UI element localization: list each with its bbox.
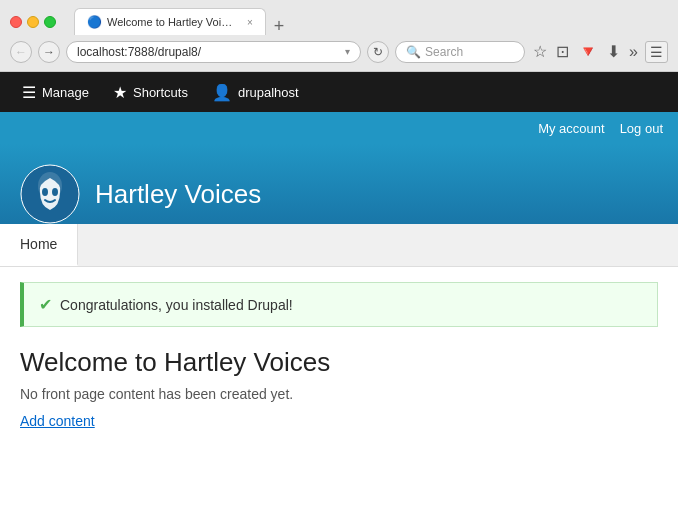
my-account-link[interactable]: My account (538, 121, 604, 136)
user-label: drupalhost (238, 85, 299, 100)
pocket-icon[interactable]: 🔻 (576, 40, 600, 63)
manage-label: Manage (42, 85, 89, 100)
url-text: localhost:7888/drupal8/ (77, 45, 341, 59)
site-navigation: Home (0, 224, 678, 267)
active-tab[interactable]: 🔵 Welcome to Hartley Voices... × (74, 8, 266, 35)
toolbar-icons: ☆ ⊡ 🔻 ⬇ » ☰ (531, 40, 668, 63)
tab-close-icon[interactable]: × (247, 17, 253, 28)
title-bar: 🔵 Welcome to Hartley Voices... × + (0, 0, 678, 35)
tab-title: Welcome to Hartley Voices... (107, 16, 237, 28)
download-icon[interactable]: ⬇ (605, 40, 622, 63)
user-toolbar-item[interactable]: 👤 drupalhost (200, 72, 311, 112)
url-dropdown-icon[interactable]: ▾ (345, 46, 350, 57)
search-icon: 🔍 (406, 45, 421, 59)
site-name: Hartley Voices (95, 179, 261, 210)
reload-button[interactable]: ↻ (367, 41, 389, 63)
check-icon: ✔ (39, 295, 52, 314)
content-area: ✔ Congratulations, you installed Drupal!… (0, 267, 678, 445)
tab-bar: 🔵 Welcome to Hartley Voices... × + (74, 8, 668, 35)
menu-button[interactable]: ☰ (645, 41, 668, 63)
url-box[interactable]: localhost:7888/drupal8/ ▾ (66, 41, 361, 63)
page-description: No front page content has been created y… (20, 386, 658, 402)
shortcuts-label: Shortcuts (133, 85, 188, 100)
new-tab-button[interactable]: + (266, 17, 293, 35)
drupal-logo (20, 164, 80, 224)
search-placeholder: Search (425, 45, 463, 59)
bookmark-icon[interactable]: ☆ (531, 40, 549, 63)
home-nav-item[interactable]: Home (0, 224, 78, 266)
star-icon: ★ (113, 83, 127, 102)
maximize-button[interactable] (44, 16, 56, 28)
shortcuts-toolbar-item[interactable]: ★ Shortcuts (101, 72, 200, 112)
forward-button[interactable]: → (38, 41, 60, 63)
svg-point-2 (42, 188, 48, 196)
back-button[interactable]: ← (10, 41, 32, 63)
site-header: Hartley Voices (0, 144, 678, 224)
minimize-button[interactable] (27, 16, 39, 28)
traffic-lights (10, 16, 56, 28)
manage-toolbar-item[interactable]: ☰ Manage (10, 72, 101, 112)
success-message-text: Congratulations, you installed Drupal! (60, 297, 293, 313)
hamburger-icon: ☰ (22, 83, 36, 102)
svg-point-3 (52, 188, 58, 196)
page-title: Welcome to Hartley Voices (20, 347, 658, 378)
browser-chrome: 🔵 Welcome to Hartley Voices... × + ← → l… (0, 0, 678, 72)
tab-favicon-icon: 🔵 (87, 15, 101, 29)
address-bar: ← → localhost:7888/drupal8/ ▾ ↻ 🔍 Search… (0, 35, 678, 71)
search-box[interactable]: 🔍 Search (395, 41, 525, 63)
secondary-bar: My account Log out (0, 112, 678, 144)
success-message: ✔ Congratulations, you installed Drupal! (20, 282, 658, 327)
drupal-toolbar: ☰ Manage ★ Shortcuts 👤 drupalhost (0, 72, 678, 112)
user-icon: 👤 (212, 83, 232, 102)
close-button[interactable] (10, 16, 22, 28)
overflow-icon[interactable]: » (627, 41, 640, 63)
log-out-link[interactable]: Log out (620, 121, 663, 136)
add-content-link[interactable]: Add content (20, 413, 95, 429)
reader-icon[interactable]: ⊡ (554, 40, 571, 63)
